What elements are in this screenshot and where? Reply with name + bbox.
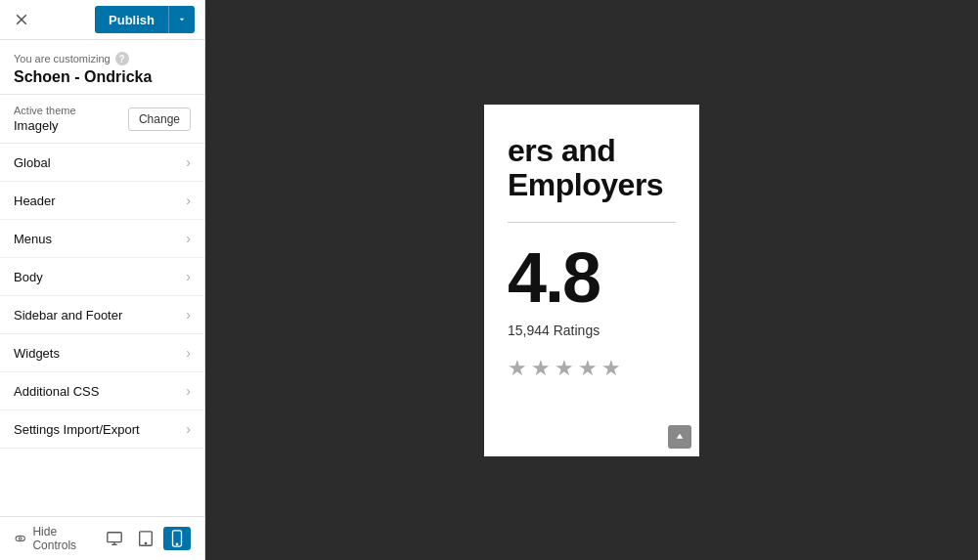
chevron-right-icon: › xyxy=(186,345,191,361)
chevron-right-icon: › xyxy=(186,193,191,208)
customizing-section: You are customizing ? Schoen - Ondricka xyxy=(0,40,204,95)
publish-settings-button[interactable] xyxy=(168,6,195,33)
star-5: ★ xyxy=(601,356,621,381)
chevron-right-icon: › xyxy=(186,154,191,170)
sidebar: Publish You are customizing ? Schoen - O… xyxy=(0,0,205,560)
hide-controls[interactable]: Hide Controls xyxy=(14,525,101,552)
tablet-view-button[interactable] xyxy=(132,527,159,550)
mobile-view-button[interactable] xyxy=(163,527,191,550)
chevron-right-icon: › xyxy=(186,269,191,284)
preview-card: ers and Employers 4.8 15,944 Ratings ★★★… xyxy=(484,105,699,456)
star-2: ★ xyxy=(531,356,551,381)
eye-icon xyxy=(14,532,26,545)
svg-rect-4 xyxy=(108,533,121,542)
device-icons xyxy=(101,527,191,550)
customizing-label: You are customizing ? xyxy=(14,52,191,65)
sidebar-topbar: Publish xyxy=(0,0,204,40)
nav-item-widgets[interactable]: Widgets› xyxy=(0,334,204,372)
star-3: ★ xyxy=(555,356,574,381)
publish-group: Publish xyxy=(95,6,195,33)
theme-label: Active theme xyxy=(14,105,76,116)
star-1: ★ xyxy=(508,356,527,381)
active-theme-section: Active theme Imagely Change xyxy=(0,95,204,144)
chevron-right-icon: › xyxy=(186,307,191,323)
card-divider xyxy=(508,222,676,223)
nav-item-global[interactable]: Global› xyxy=(0,144,204,182)
change-theme-button[interactable]: Change xyxy=(128,108,191,131)
nav-item-additional-css[interactable]: Additional CSS› xyxy=(0,372,204,410)
preview-area: ers and Employers 4.8 15,944 Ratings ★★★… xyxy=(205,0,978,560)
theme-name: Imagely xyxy=(14,118,76,133)
svg-point-8 xyxy=(145,542,146,543)
card-rating: 4.8 xyxy=(508,242,600,313)
publish-button[interactable]: Publish xyxy=(95,6,168,33)
sidebar-bottom: Hide Controls xyxy=(0,516,204,560)
stars: ★★★★★ xyxy=(508,356,621,381)
help-icon[interactable]: ? xyxy=(115,52,129,65)
star-4: ★ xyxy=(578,356,598,381)
theme-info: Active theme Imagely xyxy=(14,105,76,133)
nav-item-header[interactable]: Header› xyxy=(0,182,204,220)
chevron-right-icon: › xyxy=(186,383,191,399)
svg-point-3 xyxy=(19,538,22,540)
nav-item-sidebar-and-footer[interactable]: Sidebar and Footer› xyxy=(0,296,204,334)
site-name: Schoen - Ondricka xyxy=(14,68,191,86)
close-button[interactable] xyxy=(10,8,33,31)
chevron-right-icon: › xyxy=(186,231,191,246)
card-ratings-count: 15,944 Ratings xyxy=(508,323,600,338)
scroll-top-button[interactable] xyxy=(668,425,691,449)
desktop-view-button[interactable] xyxy=(101,527,128,550)
svg-point-10 xyxy=(176,543,177,544)
nav-item-menus[interactable]: Menus› xyxy=(0,220,204,258)
svg-point-2 xyxy=(16,536,24,540)
nav-item-body[interactable]: Body› xyxy=(0,258,204,296)
card-title: ers and Employers xyxy=(508,134,676,202)
chevron-right-icon: › xyxy=(186,421,191,437)
nav-items: Global›Header›Menus›Body›Sidebar and Foo… xyxy=(0,144,204,516)
nav-item-settings-import/export[interactable]: Settings Import/Export› xyxy=(0,410,204,449)
